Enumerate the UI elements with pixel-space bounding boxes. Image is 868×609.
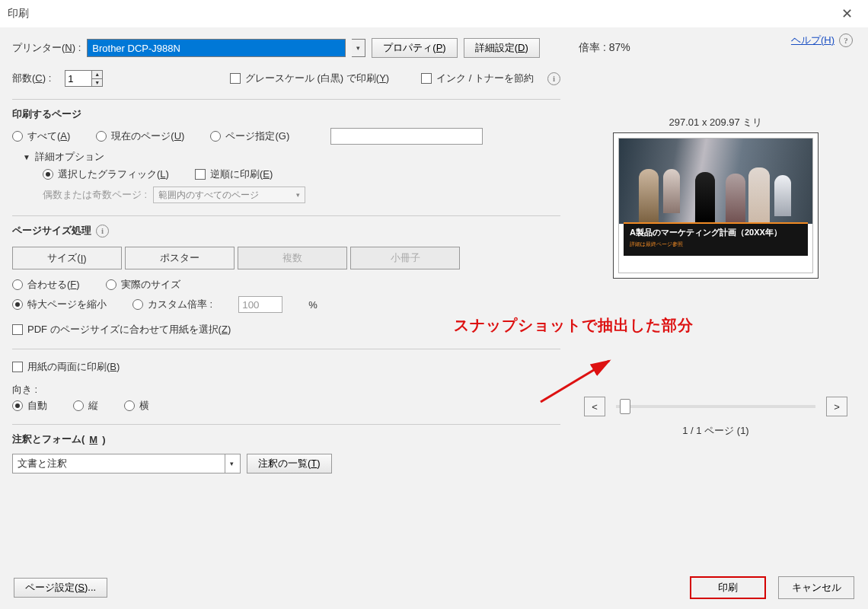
page-setup-button[interactable]: ページ設定(S)... — [14, 578, 107, 598]
forms-section-title: 注釈とフォーム(M) — [12, 432, 560, 451]
copies-down[interactable]: ▼ — [92, 79, 102, 87]
copies-spinner[interactable]: ▲▼ — [65, 70, 103, 87]
custom-scale-radio[interactable]: カスタム倍率 : — [132, 298, 212, 311]
pages-range-radio[interactable]: ページ指定(G) — [210, 129, 289, 143]
cancel-button[interactable]: キャンセル — [778, 576, 854, 599]
orientation-landscape-radio[interactable]: 横 — [124, 399, 149, 413]
forms-select[interactable]: 文書と注釈▾ — [12, 454, 241, 473]
reverse-order-checkbox[interactable]: 逆順に印刷(E) — [195, 167, 273, 181]
chevron-down-icon: ▼ — [23, 153, 30, 161]
pages-range-input[interactable] — [330, 128, 483, 145]
odd-even-select: 範囲内のすべてのページ▾ — [153, 187, 305, 203]
grayscale-checkbox[interactable]: グレースケール (白黒) で印刷(Y) — [230, 72, 389, 85]
page-slider[interactable] — [616, 405, 815, 408]
pages-current-radio[interactable]: 現在のページ(U) — [96, 129, 184, 143]
tab-size[interactable]: サイズ(I) — [12, 247, 122, 269]
actual-size-radio[interactable]: 実際のサイズ — [106, 278, 180, 292]
preview-caption-sub: 詳細は最終ページ参照 — [630, 241, 802, 248]
svg-line-0 — [541, 361, 609, 402]
shrink-oversize-radio[interactable]: 特大ページを縮小 — [12, 298, 107, 311]
printer-dropdown-button[interactable]: ▾ — [352, 39, 365, 57]
selected-graphic-radio[interactable]: 選択したグラフィック(L) — [43, 167, 169, 181]
custom-scale-input[interactable] — [238, 296, 282, 313]
orientation-label: 向き : — [12, 383, 560, 397]
copies-input[interactable] — [65, 71, 91, 86]
chevron-down-icon: ▾ — [225, 454, 238, 473]
tab-poster[interactable]: ポスター — [125, 247, 235, 269]
copies-label: 部数(C) : — [12, 72, 51, 85]
page-count-label: 1 / 1 ページ (1) — [576, 424, 856, 438]
advanced-button[interactable]: 詳細設定(D) — [464, 38, 540, 58]
pages-section-title: 印刷するページ — [12, 107, 560, 126]
save-ink-checkbox[interactable]: インク / トナーを節約 — [421, 72, 534, 85]
tab-booklet: 小冊子 — [350, 247, 460, 269]
help-link[interactable]: ヘルプ(H) — [791, 33, 834, 47]
next-page-button[interactable]: > — [826, 397, 847, 416]
copies-up[interactable]: ▲ — [92, 71, 102, 79]
preview-caption-title: A製品のマーケティング計画（20XX年） — [630, 227, 802, 238]
sizing-section-title: ページサイズ処理 i — [12, 224, 560, 242]
info-icon[interactable]: i — [96, 225, 109, 238]
orientation-auto-radio[interactable]: 自動 — [12, 399, 47, 413]
preview-thumbnail: A製品のマーケティング計画（20XX年） 詳細は最終ページ参照 — [613, 132, 819, 279]
odd-even-label: 偶数または奇数ページ : — [43, 188, 147, 202]
help-icon[interactable]: ? — [839, 33, 853, 47]
window-title: 印刷 — [8, 7, 29, 21]
close-icon[interactable]: ✕ — [833, 0, 860, 27]
tab-multi: 複数 — [238, 247, 347, 269]
annotation-arrow — [536, 355, 620, 408]
orientation-portrait-radio[interactable]: 縦 — [73, 399, 98, 413]
fit-radio[interactable]: 合わせる(F) — [12, 278, 80, 292]
duplex-checkbox[interactable]: 用紙の両面に印刷(B) — [12, 357, 560, 377]
pages-all-radio[interactable]: すべて(A) — [12, 129, 70, 143]
annotation-text: スナップショットで抽出した部分 — [454, 315, 856, 336]
preview-dimensions: 297.01 x 209.97 ミリ — [576, 116, 856, 129]
info-icon[interactable]: i — [547, 72, 560, 85]
printer-label: プリンター(N) : — [12, 41, 81, 55]
printer-select[interactable]: Brother DCP-J988N — [87, 39, 346, 57]
percent-label: % — [308, 299, 318, 311]
properties-button[interactable]: プロパティ(P) — [372, 38, 457, 58]
more-options-expander[interactable]: ▼詳細オプション — [12, 147, 560, 165]
print-button[interactable]: 印刷 — [690, 576, 766, 599]
annotations-list-button[interactable]: 注釈の一覧(T) — [247, 454, 332, 473]
